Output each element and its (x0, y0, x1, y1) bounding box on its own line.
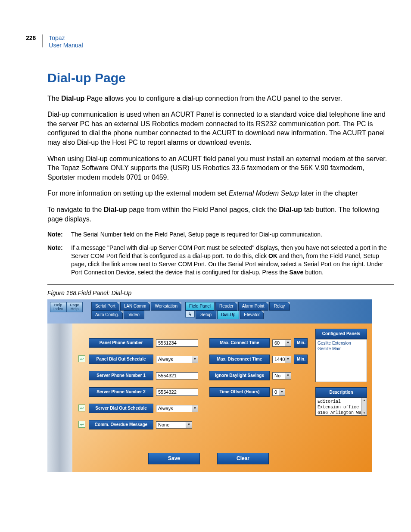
page-number: 226 (26, 34, 36, 41)
dropdown-comm-overdue[interactable]: None▼ (156, 421, 192, 429)
dropdown-time-offset[interactable]: 0▼ (272, 389, 285, 396)
tab-row-upper-right: Field Panel Reader Alarm Point Relay (185, 302, 290, 311)
row-panel-phone: Panel Phone Number (89, 338, 198, 348)
page-help-button[interactable]: PageHelp (66, 302, 83, 312)
doc-title-line2: User Manual (49, 42, 83, 49)
dropdown-max-connect[interactable]: 60▼ (272, 339, 291, 347)
body-text: The Dial-up Page allows you to configure… (47, 94, 394, 473)
clear-button[interactable]: Clear (217, 453, 269, 464)
row-max-connect: Max. Connect Time 60▼ Min. (209, 338, 308, 348)
tab-reader[interactable]: Reader (215, 302, 237, 311)
dropdown-max-disconnect[interactable]: 1440▼ (272, 356, 291, 363)
label-max-disconnect: Max. Disconnect Time (209, 355, 270, 364)
configured-panels-header: Configured Panels (315, 329, 367, 339)
note-label: Note: (47, 244, 71, 277)
paragraph-1: The Dial-up Page allows you to configure… (47, 94, 394, 103)
input-panel-phone[interactable] (156, 339, 198, 347)
row-time-offset: Time Offset (Hours) 0▼ (209, 387, 285, 397)
save-button[interactable]: Save (148, 453, 200, 464)
label-ignore-dst: Ignore Daylight Savings (209, 371, 270, 380)
configured-panels-listbox[interactable]: Geslite Extension Geslite Main (315, 339, 367, 382)
dropdown-server-dial-sched[interactable]: Always▼ (156, 405, 198, 412)
label-panel-phone: Panel Phone Number (89, 338, 153, 348)
configured-panels-block: Configured Panels Geslite Extension Gesl… (315, 329, 367, 382)
tab-field-panel[interactable]: Field Panel (185, 302, 215, 311)
doc-title-line1: Topaz (49, 34, 65, 41)
input-server-phone-1[interactable] (156, 372, 198, 380)
input-server-phone-2[interactable] (156, 389, 198, 396)
label-comm-overdue: Comm. Overdue Message (89, 420, 153, 429)
chevron-down-icon: ▼ (285, 356, 291, 363)
note-text: If a message "Panel with dial-up Server … (71, 244, 394, 277)
link-icon[interactable]: ↩ (78, 355, 85, 362)
note-label: Note: (47, 230, 71, 239)
topbar: HelpIndex PageHelp Serial Port LAN Comm … (47, 299, 372, 324)
tab-row-lower-left: Auto Config. Video (91, 311, 144, 319)
paragraph-3: When using Dial-up communications to an … (47, 154, 394, 182)
button-row: Save Clear (148, 453, 269, 464)
row-ignore-dst: Ignore Daylight Savings No▼ (209, 371, 291, 380)
subtab-arrow-icon: ↳ (185, 311, 195, 317)
note-text: The Serial Number field on the Field Pan… (71, 230, 394, 239)
row-server-dial-sched: Server Dial Out Schedule Always▼ (89, 404, 198, 413)
chevron-down-icon: ▼ (285, 373, 291, 379)
label-server-dial-sched: Server Dial Out Schedule (89, 404, 153, 413)
form-area: Panel Phone Number ↩ Panel Dial Out Sche… (72, 324, 372, 472)
chevron-down-icon: ▼ (285, 340, 291, 346)
row-server-phone-1: Server Phone Number 1 (89, 371, 198, 380)
scrollbar[interactable] (361, 398, 367, 415)
doc-title: Topaz User Manual (49, 34, 83, 49)
row-panel-dial-sched: Panel Dial Out Schedule Always▼ (89, 355, 198, 364)
tab-relay[interactable]: Relay (269, 302, 290, 311)
tab-row-upper-left: Serial Port LAN Comm Workstation (91, 302, 181, 311)
tab-row-lower-right: ↳ Setup Dial-Up Elevator (185, 311, 264, 319)
tab-serial-port[interactable]: Serial Port (91, 302, 119, 311)
list-item[interactable]: Geslite Extension (318, 340, 365, 346)
tab-workstation[interactable]: Workstation (151, 302, 181, 311)
row-server-phone-2: Server Phone Number 2 (89, 387, 198, 397)
help-index-button[interactable]: HelpIndex (50, 302, 66, 312)
paragraph-4: For more information on setting up the e… (47, 189, 394, 198)
paragraph-2: Dial-up communication is used when an AC… (47, 110, 394, 147)
chevron-down-icon: ▼ (186, 422, 192, 428)
tab-auto-config[interactable]: Auto Config. (91, 311, 123, 319)
tab-video[interactable]: Video (124, 311, 144, 319)
unit-min: Min. (294, 338, 308, 348)
label-panel-dial-sched: Panel Dial Out Schedule (89, 355, 153, 364)
dropdown-panel-dial-sched[interactable]: Always▼ (156, 356, 198, 363)
tab-setup[interactable]: Setup (196, 311, 216, 319)
link-icon[interactable]: ↩ (78, 404, 85, 411)
chevron-down-icon: ▼ (192, 405, 198, 412)
help-buttons: HelpIndex PageHelp (50, 302, 83, 312)
label-time-offset: Time Offset (Hours) (209, 387, 270, 397)
label-server-phone-1: Server Phone Number 1 (89, 371, 153, 380)
tab-dial-up[interactable]: Dial-Up (217, 311, 239, 319)
horizontal-rule (47, 284, 394, 285)
paragraph-5: To navigate to the Dial-up page from wit… (47, 205, 394, 224)
note-2: Note: If a message "Panel with dial-up S… (47, 244, 394, 277)
figure-caption: Figure 168.Field Panel: Dial-Up (47, 289, 394, 297)
chevron-down-icon: ▼ (192, 356, 198, 363)
chevron-down-icon: ▼ (279, 389, 285, 395)
label-max-connect: Max. Connect Time (209, 338, 270, 348)
screenshot-field-panel-dialup: HelpIndex PageHelp Serial Port LAN Comm … (47, 299, 372, 472)
header-divider (42, 34, 43, 47)
page-heading: Dial-up Page (47, 71, 394, 85)
tab-alarm-point[interactable]: Alarm Point (238, 302, 268, 311)
dropdown-ignore-dst[interactable]: No▼ (272, 372, 291, 380)
row-max-disconnect: Max. Disconnect Time 1440▼ Min. (209, 355, 308, 364)
page-header: 226 Topaz User Manual (26, 34, 394, 49)
link-icon[interactable]: ↩ (78, 421, 85, 428)
list-item[interactable]: Geslite Main (318, 346, 365, 352)
row-comm-overdue: Comm. Overdue Message None▼ (89, 420, 192, 429)
tab-lan-comm[interactable]: LAN Comm (120, 302, 150, 311)
label-server-phone-2: Server Phone Number 2 (89, 387, 153, 397)
description-textarea[interactable]: Editorial Extension office 6166 Arlingto… (315, 398, 367, 416)
side-steel (47, 324, 72, 472)
note-1: Note: The Serial Number field on the Fie… (47, 230, 394, 239)
description-block: Description Editorial Extension office 6… (315, 387, 367, 416)
unit-min: Min. (294, 355, 308, 364)
description-header: Description (315, 387, 367, 398)
tab-elevator[interactable]: Elevator (240, 311, 264, 319)
